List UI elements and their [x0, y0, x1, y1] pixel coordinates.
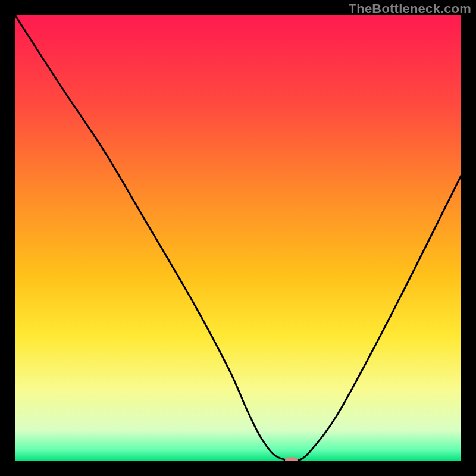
plot-area: [15, 15, 461, 461]
optimal-marker: [285, 458, 298, 462]
plot-svg: [15, 15, 461, 461]
chart-frame: TheBottleneck.com: [0, 0, 476, 476]
watermark: TheBottleneck.com: [349, 1, 471, 17]
background-gradient: [15, 15, 461, 461]
